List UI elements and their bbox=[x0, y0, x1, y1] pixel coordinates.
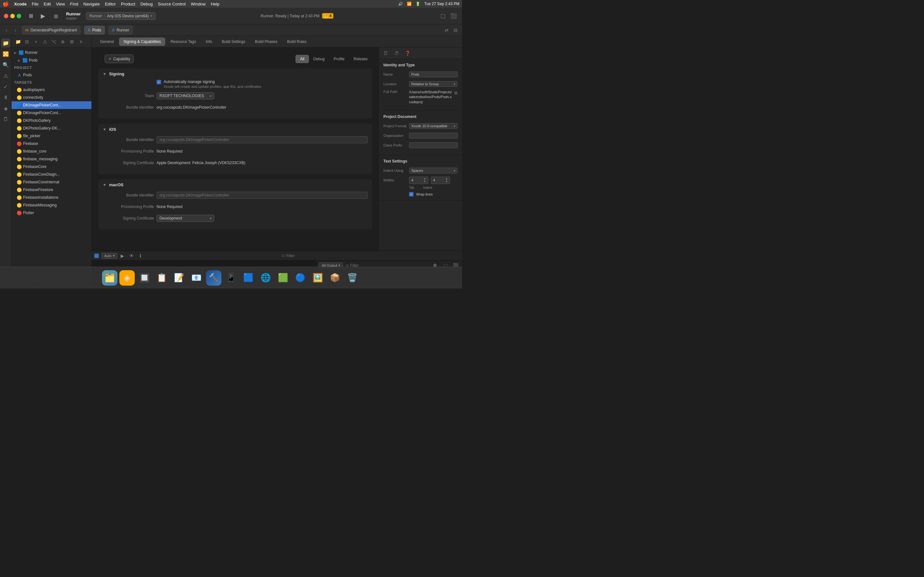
tab-stepper[interactable]: ▲ ▼ bbox=[423, 177, 426, 183]
sidebar-icon-reports[interactable]: 🗒 bbox=[1, 115, 10, 124]
format-dropdown[interactable]: Xcode 10.0-compatible ▾ bbox=[409, 123, 457, 129]
location-dropdown[interactable]: Relative to Group ▾ bbox=[409, 81, 457, 87]
nav-git-icon[interactable]: ⌥ bbox=[50, 38, 58, 45]
nav-add-icon[interactable]: + bbox=[32, 38, 40, 45]
maximize-button[interactable] bbox=[17, 14, 21, 18]
team-dropdown[interactable]: RSOFT TECHNOLOGIES ▾ bbox=[157, 92, 214, 99]
wifi-icon[interactable]: 📶 bbox=[407, 2, 412, 6]
dock-vscode[interactable]: 🟦 bbox=[241, 270, 256, 285]
stepper-up-icon[interactable]: ▲ bbox=[445, 177, 448, 180]
inspector-toggle-button[interactable]: ⬛ bbox=[449, 11, 458, 21]
tab-scroll-left[interactable]: ⇄ bbox=[443, 26, 451, 34]
tab-layout-button[interactable]: ⊟ bbox=[452, 26, 459, 34]
battery-icon[interactable]: 🔋 bbox=[415, 2, 420, 6]
menu-source-control[interactable]: Source Control bbox=[158, 2, 186, 6]
nav-dot-icon[interactable]: ⊕ bbox=[59, 38, 67, 45]
tab-build-rules[interactable]: Build Rules bbox=[283, 37, 311, 46]
menu-find[interactable]: Find bbox=[70, 2, 78, 6]
macos-bundle-input[interactable] bbox=[157, 192, 368, 199]
tree-item-firebase[interactable]: 🔴 Firebase bbox=[11, 140, 91, 147]
tree-item-audioplayers[interactable]: 🟡 audioplayers bbox=[11, 86, 91, 93]
ios-bundle-input[interactable] bbox=[157, 136, 368, 143]
tree-item-dkimagepicker2[interactable]: 🟡 DKImagePickerCont... bbox=[11, 109, 91, 117]
menu-file[interactable]: File bbox=[32, 2, 39, 6]
tree-item-firebase-messaging[interactable]: 🟡 firebase_messaging bbox=[11, 155, 91, 163]
wrap-lines-checkbox[interactable]: ✓ bbox=[409, 192, 414, 197]
auto-manage-checkbox[interactable]: ✓ bbox=[157, 80, 161, 84]
device-selector[interactable]: Runner › Any iOS Device (arm64) ▾ bbox=[86, 12, 156, 20]
inspector-history-icon[interactable]: ⏱ bbox=[393, 49, 401, 57]
info-console-button[interactable]: ℹ bbox=[137, 252, 144, 259]
tab-resource-tags[interactable]: Resource Tags bbox=[166, 37, 200, 46]
tree-item-runner[interactable]: ▶ 🟦 Runner bbox=[11, 49, 91, 56]
dock-finder[interactable]: 🗂️ bbox=[102, 270, 118, 285]
menu-debug[interactable]: Debug bbox=[141, 2, 153, 6]
menu-help[interactable]: Help bbox=[211, 2, 220, 6]
menu-editor[interactable]: Editor bbox=[105, 2, 116, 6]
stop-button[interactable]: ◼ bbox=[51, 11, 61, 21]
filter-tab-release[interactable]: Release bbox=[349, 55, 372, 63]
menu-edit[interactable]: Edit bbox=[44, 2, 51, 6]
tree-item-firebaseinstallations[interactable]: 🟡 FirebaseInstallations bbox=[11, 193, 91, 201]
tab-build-settings[interactable]: Build Settings bbox=[217, 37, 250, 46]
stepper-down-icon[interactable]: ▼ bbox=[423, 181, 426, 183]
dock-simulator[interactable]: 📱 bbox=[223, 270, 239, 285]
back-button[interactable]: ‹ bbox=[3, 26, 10, 34]
tree-item-firebasemessaging[interactable]: 🟡 FirebaseMessaging bbox=[11, 201, 91, 209]
tab-signing[interactable]: Signing & Capabilities bbox=[119, 37, 166, 46]
run-button[interactable]: ▶ bbox=[38, 11, 48, 21]
filter-tab-debug[interactable]: Debug bbox=[309, 55, 329, 63]
stepper-down-icon[interactable]: ▼ bbox=[445, 181, 448, 183]
tab-generated-plugin[interactable]: m GeneratedPluginRegistrant bbox=[21, 26, 81, 35]
macos-section-header[interactable]: ▼ macOS bbox=[98, 179, 372, 190]
tree-item-firebasecorediagn[interactable]: 🟡 FirebaseCoreDiagn... bbox=[11, 171, 91, 178]
menu-navigate[interactable]: Navigate bbox=[83, 2, 100, 6]
class-prefix-field[interactable] bbox=[409, 142, 458, 148]
dock-xcode[interactable]: 🔨 bbox=[206, 270, 221, 285]
tree-item-firebasecoreinternal[interactable]: 🟡 FirebaseCoreInternal bbox=[11, 178, 91, 186]
menu-view[interactable]: View bbox=[56, 2, 65, 6]
tree-item-dkphotogallerydk[interactable]: 🟡 DKPhotoGallery-DK... bbox=[11, 124, 91, 132]
dock-chrome[interactable]: 🔵 bbox=[292, 270, 308, 285]
auto-selector[interactable]: Auto ▾ bbox=[102, 253, 118, 259]
sidebar-icon-search[interactable]: 🔍 bbox=[1, 60, 10, 69]
dock-chrome-alt[interactable]: 🌐 bbox=[258, 270, 273, 285]
forward-button[interactable]: › bbox=[11, 26, 19, 34]
tab-build-phases[interactable]: Build Phases bbox=[250, 37, 282, 46]
org-field[interactable] bbox=[409, 133, 458, 139]
dock-master[interactable]: 📦 bbox=[327, 270, 342, 285]
dock-preview[interactable]: 🖼️ bbox=[310, 270, 325, 285]
tree-item-dkimagepicker1[interactable]: 🟦 DKImagePickerCont... bbox=[11, 101, 91, 109]
dock-notes[interactable]: 📝 bbox=[171, 270, 187, 285]
dock-sketch[interactable]: ◈ bbox=[120, 270, 135, 285]
indent-stepper[interactable]: ▲ ▼ bbox=[445, 177, 448, 183]
dock-reminders[interactable]: 📋 bbox=[154, 270, 170, 285]
reveal-in-finder-button[interactable]: ⊞ bbox=[454, 90, 457, 96]
nav-list-icon[interactable]: ≡ bbox=[77, 38, 85, 45]
dock-trash[interactable]: 🗑️ bbox=[344, 270, 360, 285]
dock-mail[interactable]: 📧 bbox=[189, 270, 204, 285]
signing-section-header[interactable]: ▼ Signing bbox=[98, 68, 372, 79]
play-console-button[interactable]: ▶ bbox=[119, 252, 126, 259]
split-view-button[interactable]: ⬚ bbox=[438, 11, 447, 21]
sidebar-toggle-button[interactable]: ⊞ bbox=[26, 11, 35, 21]
tree-item-firebasefirestore[interactable]: 🟡 FirebaseFirestore bbox=[11, 186, 91, 193]
filter-tab-profile[interactable]: Profile bbox=[329, 55, 349, 63]
volume-icon[interactable]: 🔊 bbox=[398, 2, 403, 6]
sidebar-icon-debug[interactable]: ⏸ bbox=[1, 93, 10, 102]
stepper-up-icon[interactable]: ▲ bbox=[423, 177, 426, 180]
indent-dropdown[interactable]: Spaces ▾ bbox=[409, 168, 457, 173]
filter-tab-all[interactable]: All bbox=[296, 55, 309, 63]
dock-slides[interactable]: 🟩 bbox=[275, 270, 291, 285]
tab-info[interactable]: Info bbox=[201, 37, 216, 46]
tab-general[interactable]: General bbox=[95, 37, 118, 46]
sidebar-icon-breakpoints[interactable]: ◈ bbox=[1, 104, 10, 113]
tree-item-connectivity[interactable]: 🟡 connectivity bbox=[11, 93, 91, 101]
inspector-help-icon[interactable]: ❓ bbox=[403, 49, 412, 57]
dock-launchpad[interactable]: 🔲 bbox=[137, 270, 152, 285]
nav-warning-icon[interactable]: ⚠ bbox=[41, 38, 49, 45]
menu-product[interactable]: Product bbox=[121, 2, 136, 6]
sidebar-icon-navigator[interactable]: 📁 bbox=[1, 39, 10, 47]
tree-item-firebase-core[interactable]: 🟡 firebase_core bbox=[11, 147, 91, 155]
inspector-file-icon[interactable]: 🗒 bbox=[381, 49, 390, 57]
